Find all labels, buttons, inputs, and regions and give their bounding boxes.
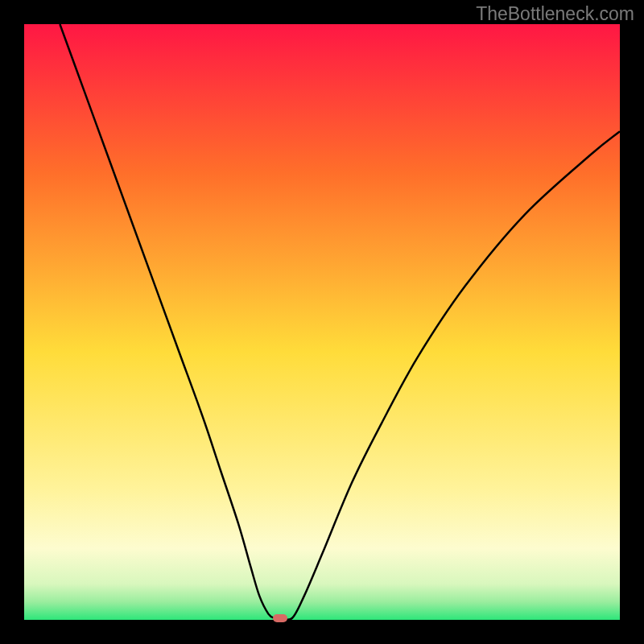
chart-area xyxy=(24,24,620,620)
optimal-point-marker xyxy=(273,614,287,622)
chart-svg xyxy=(24,24,620,620)
gradient-background xyxy=(24,24,620,620)
watermark-text: TheBottleneck.com xyxy=(476,3,634,25)
